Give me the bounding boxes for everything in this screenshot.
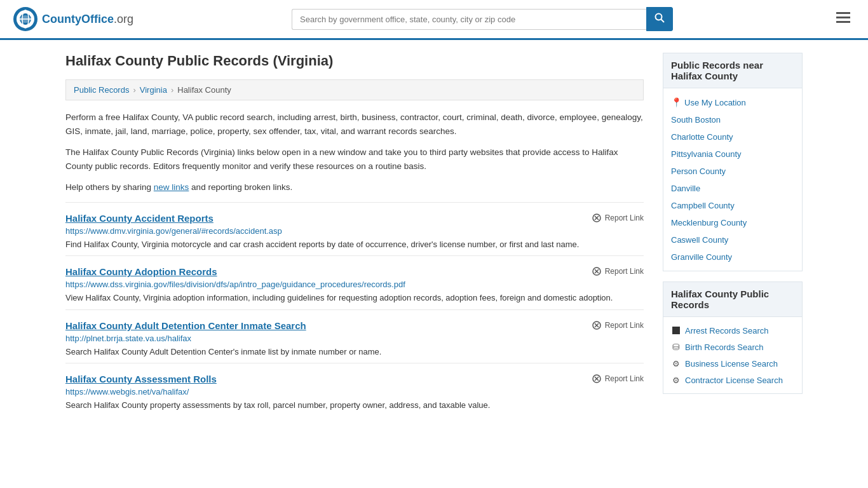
record-url-3: https://www.webgis.net/va/halifax/ [65, 387, 644, 396]
public-record-item: Arrest Records Search [663, 322, 802, 339]
report-link-icon-2 [592, 320, 602, 330]
main-container: Halifax County Public Records (Virginia)… [53, 40, 815, 430]
report-link-icon-0 [592, 213, 602, 223]
svg-point-5 [656, 14, 662, 20]
report-link-button-2[interactable]: Report Link [592, 320, 644, 330]
nearby-place-item: Charlotte County [663, 128, 802, 146]
record-desc-0: Find Halifax County, Virginia motorcycle… [65, 238, 644, 251]
report-link-label: Report Link [605, 374, 644, 383]
public-records-container: Arrest Records Search⛁Birth Records Sear… [663, 322, 802, 388]
use-my-location-link[interactable]: Use My Location [684, 98, 746, 107]
nearby-section-title: Public Records near Halifax County [663, 53, 803, 88]
new-links-link[interactable]: new links [154, 182, 189, 192]
site-logo-text: CountyOffice.org [42, 13, 133, 26]
nearby-place-item: Campbell County [663, 197, 802, 214]
nearby-places-list: 📍 Use My Location South BostonCharlotte … [663, 88, 803, 271]
report-link-label: Report Link [605, 267, 644, 276]
location-pin-icon: 📍 [671, 97, 682, 107]
nearby-place-link-0[interactable]: South Boston [671, 115, 721, 125]
report-link-icon-1 [592, 266, 602, 276]
record-url-2: http://plnet.brrja.state.va.us/halifax [65, 334, 644, 343]
record-desc-1: View Halifax County, Virginia adoption i… [65, 292, 644, 304]
record-url-1: https://www.dss.virginia.gov/files/divis… [65, 280, 644, 289]
nearby-place-item: Granville County [663, 248, 802, 266]
public-record-item: ⚙Contractor License Search [663, 372, 802, 388]
report-link-icon-3 [592, 374, 602, 384]
record-desc-3: Search Halifax County property assessmen… [65, 399, 644, 412]
description-paragraph-3: Help others by sharing new links and rep… [65, 180, 644, 194]
nearby-place-link-6[interactable]: Mecklenburg County [671, 218, 747, 227]
report-link-button-0[interactable]: Report Link [592, 213, 644, 223]
use-my-location-item[interactable]: 📍 Use My Location [663, 93, 802, 111]
public-record-link-2[interactable]: Business License Search [685, 359, 778, 369]
hamburger-menu-button[interactable] [831, 8, 855, 30]
public-record-link-1[interactable]: Birth Records Search [685, 342, 764, 352]
public-record-link-3[interactable]: Contractor License Search [685, 376, 783, 385]
public-records-section-title: Halifax County Public Records [663, 281, 803, 317]
nearby-place-link-1[interactable]: Charlotte County [671, 132, 733, 142]
svg-line-6 [661, 20, 665, 23]
person-icon: ⛁ [671, 342, 681, 352]
nearby-place-link-4[interactable]: Danville [671, 184, 700, 193]
record-url-0: https://www.dmv.virginia.gov/general/#re… [65, 226, 644, 236]
logo-icon [13, 6, 38, 32]
record-entry: Halifax County Adoption Records Report L… [65, 255, 644, 309]
svg-rect-9 [836, 21, 850, 23]
record-desc-2: Search Halifax County Adult Detention Ce… [65, 346, 644, 358]
breadcrumb-virginia[interactable]: Virginia [140, 85, 167, 95]
page-title: Halifax County Public Records (Virginia) [65, 53, 644, 69]
record-entry: Halifax County Accident Reports Report L… [65, 202, 644, 256]
breadcrumb-sep-2: › [171, 85, 173, 95]
record-title-0[interactable]: Halifax County Accident Reports [65, 213, 214, 224]
public-records-list: Arrest Records Search⛁Birth Records Sear… [663, 317, 803, 394]
gear-icon: ⚙ [671, 358, 681, 369]
nearby-place-link-7[interactable]: Caswell County [671, 235, 728, 245]
record-title-1[interactable]: Halifax County Adoption Records [65, 266, 217, 277]
report-link-button-3[interactable]: Report Link [592, 374, 644, 384]
search-input[interactable] [292, 9, 646, 30]
nearby-place-link-2[interactable]: Pittsylvania County [671, 149, 742, 159]
nearby-place-item: Pittsylvania County [663, 146, 802, 163]
description-paragraph-1: Perform a free Halifax County, VA public… [65, 111, 644, 138]
public-record-item: ⚙Business License Search [663, 355, 802, 372]
hamburger-icon [836, 12, 850, 24]
public-record-link-0[interactable]: Arrest Records Search [685, 326, 769, 336]
nearby-places-container: South BostonCharlotte CountyPittsylvania… [663, 111, 802, 266]
nearby-place-item: Person County [663, 163, 802, 180]
gear-icon: ⚙ [671, 375, 681, 385]
square-icon [671, 325, 681, 336]
nearby-place-item: Danville [663, 180, 802, 197]
nearby-place-link-3[interactable]: Person County [671, 166, 726, 176]
search-button[interactable] [646, 7, 673, 31]
nearby-place-item: Caswell County [663, 231, 802, 248]
report-link-label: Report Link [605, 321, 644, 330]
svg-rect-8 [836, 17, 850, 18]
record-title-2[interactable]: Halifax County Adult Detention Center In… [65, 320, 306, 331]
record-entry: Halifax County Assessment Rolls Report L… [65, 363, 644, 417]
logo-area: CountyOffice.org [13, 6, 133, 32]
nearby-place-link-5[interactable]: Campbell County [671, 201, 735, 210]
record-entry: Halifax County Adult Detention Center In… [65, 309, 644, 363]
report-link-label: Report Link [605, 214, 644, 222]
breadcrumb: Public Records › Virginia › Halifax Coun… [65, 79, 644, 100]
nearby-place-item: South Boston [663, 111, 802, 128]
breadcrumb-sep-1: › [133, 85, 135, 95]
breadcrumb-current: Halifax County [177, 85, 231, 95]
main-content: Halifax County Public Records (Virginia)… [65, 53, 644, 417]
search-icon [654, 13, 665, 23]
records-container: Halifax County Accident Reports Report L… [65, 202, 644, 417]
breadcrumb-public-records[interactable]: Public Records [74, 85, 129, 95]
search-area [292, 7, 673, 31]
nearby-place-item: Mecklenburg County [663, 214, 802, 231]
sidebar: Public Records near Halifax County 📍 Use… [663, 53, 803, 417]
report-link-button-1[interactable]: Report Link [592, 266, 644, 276]
record-title-3[interactable]: Halifax County Assessment Rolls [65, 374, 217, 384]
svg-rect-7 [836, 12, 850, 14]
nearby-place-link-8[interactable]: Granville County [671, 252, 732, 262]
description-paragraph-2: The Halifax County Public Records (Virgi… [65, 146, 644, 173]
site-header: CountyOffice.org [0, 0, 868, 40]
public-record-item: ⛁Birth Records Search [663, 339, 802, 355]
